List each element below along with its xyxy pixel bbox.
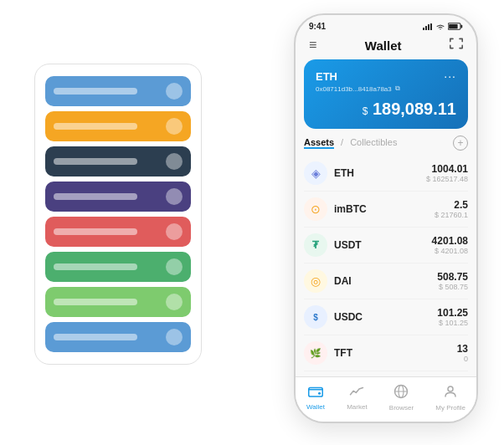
- svg-rect-5: [449, 24, 458, 28]
- eth-icon: ◈: [304, 161, 327, 185]
- asset-name: USDT: [334, 239, 432, 251]
- table-row[interactable]: ◈ ETH 1004.01 $ 162517.48: [304, 156, 468, 192]
- card-icon: [166, 153, 183, 170]
- eth-card-header: ETH ···: [316, 69, 456, 83]
- bottom-navigation: Wallet Market Browser: [296, 376, 476, 422]
- status-bar: 9:41: [296, 15, 476, 34]
- browser-nav-icon: [393, 384, 409, 402]
- wallet-nav-icon: [308, 385, 323, 402]
- list-item: [45, 252, 191, 282]
- eth-balance-amount: $ 189,089.11: [316, 100, 456, 119]
- svg-rect-1: [425, 26, 427, 30]
- list-item: [45, 111, 191, 141]
- svg-rect-6: [460, 25, 462, 28]
- wifi-icon: [435, 23, 445, 30]
- expand-icon[interactable]: [450, 38, 463, 53]
- asset-list: ◈ ETH 1004.01 $ 162517.48 ⊙ imBTC 2.5 $ …: [296, 156, 476, 376]
- menu-icon[interactable]: ≡: [309, 38, 316, 53]
- nav-wallet[interactable]: Wallet: [306, 385, 325, 411]
- card-icon: [166, 118, 183, 135]
- market-nav-label: Market: [347, 403, 367, 411]
- card-label: [54, 263, 137, 270]
- eth-address: 0x08711d3b...8418a78a3 ⧉: [316, 84, 456, 93]
- asset-values: 101.25 $ 101.25: [437, 307, 468, 327]
- asset-amount: 1004.01: [426, 163, 468, 175]
- card-label: [54, 88, 137, 95]
- list-item: [45, 76, 191, 106]
- card-icon: [166, 188, 183, 205]
- asset-amount: 508.75: [437, 271, 468, 283]
- nav-browser[interactable]: Browser: [389, 384, 414, 412]
- asset-usd: $ 162517.48: [426, 175, 468, 183]
- asset-amount: 4201.08: [432, 235, 468, 247]
- asset-name: ETH: [334, 167, 426, 179]
- svg-rect-3: [430, 23, 432, 30]
- svg-point-8: [318, 392, 321, 395]
- card-label: [54, 193, 137, 200]
- market-svg: [349, 385, 364, 398]
- signal-icon: [423, 23, 433, 30]
- card-icon: [166, 223, 183, 240]
- card-icon: [166, 329, 183, 345]
- svg-point-12: [448, 386, 453, 391]
- battery-icon: [448, 23, 463, 30]
- card-label: [54, 123, 137, 130]
- asset-amount: 101.25: [437, 307, 468, 319]
- table-row[interactable]: ⊙ imBTC 2.5 $ 21760.1: [304, 192, 468, 228]
- asset-values: 2.5 $ 21760.1: [435, 199, 468, 219]
- asset-name: USDC: [334, 311, 437, 323]
- wallet-nav-label: Wallet: [306, 403, 325, 411]
- copy-icon[interactable]: ⧉: [395, 84, 400, 93]
- card-label: [54, 228, 137, 235]
- imbtc-icon: ⊙: [304, 197, 327, 221]
- asset-usd: $ 4201.08: [432, 247, 468, 255]
- list-item: [45, 217, 191, 247]
- profile-nav-icon: [443, 384, 458, 402]
- card-label: [54, 158, 137, 165]
- nav-market[interactable]: Market: [347, 385, 367, 411]
- svg-rect-2: [428, 24, 429, 30]
- asset-values: 1004.01 $ 162517.48: [426, 163, 468, 183]
- page-title: Wallet: [365, 38, 402, 53]
- tab-assets[interactable]: Assets: [304, 137, 334, 149]
- browser-svg: [393, 384, 409, 399]
- list-item: [45, 322, 191, 352]
- wallet-svg: [308, 385, 323, 398]
- tab-separator: /: [341, 137, 343, 149]
- card-icon: [166, 83, 183, 100]
- asset-values: 508.75 $ 508.75: [437, 271, 468, 291]
- dai-icon: ◎: [304, 269, 327, 293]
- nav-profile[interactable]: My Profile: [435, 384, 465, 412]
- svg-rect-0: [423, 28, 424, 30]
- list-item: [45, 287, 191, 317]
- tft-icon: 🌿: [304, 341, 327, 365]
- card-stack: [34, 64, 202, 365]
- profile-nav-label: My Profile: [435, 404, 465, 412]
- phone-frame: 9:41: [294, 13, 478, 423]
- expand-svg: [450, 38, 463, 49]
- asset-name: imBTC: [334, 203, 435, 215]
- eth-balance-card[interactable]: ETH ··· 0x08711d3b...8418a78a3 ⧉ $ 189,0…: [304, 59, 468, 129]
- add-asset-button[interactable]: +: [453, 136, 468, 151]
- asset-usd: $ 508.75: [437, 283, 468, 291]
- tab-collectibles[interactable]: Collectibles: [350, 137, 397, 149]
- profile-svg: [443, 384, 458, 399]
- table-row[interactable]: 🌿 TFT 13 0: [304, 335, 468, 371]
- card-icon: [166, 294, 183, 310]
- tabs-left: Assets / Collectibles: [304, 137, 397, 149]
- table-row[interactable]: $ USDC 101.25 $ 101.25: [304, 299, 468, 335]
- asset-values: 4201.08 $ 4201.08: [432, 235, 468, 255]
- list-item: [45, 182, 191, 212]
- phone-header: ≡ Wallet: [296, 34, 476, 59]
- eth-more-button[interactable]: ···: [444, 69, 456, 83]
- asset-amount: 2.5: [435, 199, 468, 211]
- table-row[interactable]: ₮ USDT 4201.08 $ 4201.08: [304, 228, 468, 263]
- status-time: 9:41: [309, 22, 326, 31]
- table-row[interactable]: ◎ DAI 508.75 $ 508.75: [304, 263, 468, 299]
- asset-amount: 13: [457, 343, 468, 355]
- status-icons: [423, 23, 463, 30]
- scene: 9:41: [18, 13, 486, 432]
- eth-currency-label: ETH: [316, 70, 337, 83]
- asset-usd: $ 101.25: [437, 319, 468, 327]
- asset-name: TFT: [334, 347, 457, 359]
